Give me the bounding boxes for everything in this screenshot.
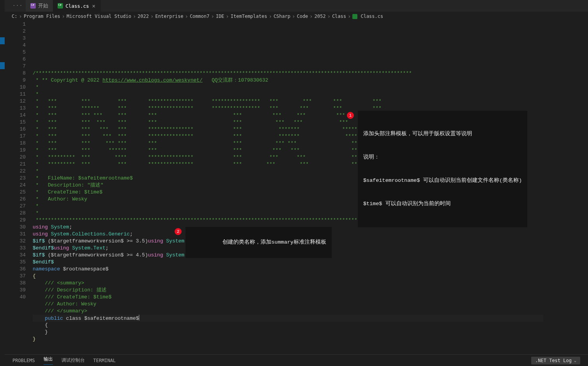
line-number: 34 [5, 252, 26, 259]
annotation-1-text: 添加头部注释模板，可以用于版权设置等说明 说明： $safeitemrootna… [358, 111, 527, 227]
line-number-gutter: 1234567891011121314151617181920212223242… [5, 21, 33, 354]
breadcrumb-segment[interactable]: Class [332, 14, 346, 19]
tab-bar: ··· 开始 Class.cs ✕ [5, 0, 588, 12]
code-line[interactable]: /// </summary> [33, 308, 543, 315]
breadcrumb-file[interactable]: Class.cs [360, 14, 383, 19]
breadcrumb-segment[interactable]: IDE [216, 14, 224, 19]
csharp-file-icon [352, 14, 357, 19]
code-line[interactable]: /// CreateTime: $time$ [33, 294, 543, 301]
line-number: 19 [5, 147, 26, 154]
tabs-overflow-menu[interactable]: ··· [12, 0, 26, 12]
chevron-right-icon: › [292, 13, 295, 19]
line-number: 18 [5, 140, 26, 147]
line-number: 23 [5, 175, 26, 182]
code-line[interactable]: } [33, 329, 543, 336]
line-number: 32 [5, 238, 26, 245]
code-line[interactable]: } [33, 336, 543, 343]
csharp-file-icon [58, 3, 63, 9]
tab-class-cs[interactable]: Class.cs ✕ [53, 0, 101, 12]
badge-1: 1 [347, 112, 354, 119]
line-number: 9 [5, 77, 26, 84]
line-number: 26 [5, 196, 26, 203]
line-number: 16 [5, 126, 26, 133]
breadcrumb-segment[interactable]: Code [297, 14, 308, 19]
annotation-2-text: 创建的类名称，添加summary标准注释模板 [186, 227, 332, 258]
line-number: 22 [5, 168, 26, 175]
line-number: 30 [5, 224, 26, 231]
breadcrumb-segment[interactable]: Common7 [190, 14, 210, 19]
breadcrumb-segment[interactable]: Program Files [24, 14, 60, 19]
activity-marker-2[interactable] [0, 62, 5, 69]
line-number: 12 [5, 98, 26, 105]
breadcrumb-segment[interactable]: 2022 [138, 14, 149, 19]
panel-problems[interactable]: PROBLEMS [12, 358, 35, 363]
chevron-right-icon: › [226, 13, 229, 19]
breadcrumb-bar: C:›Program Files›Microsoft Visual Studio… [5, 12, 588, 21]
activity-marker-1[interactable] [0, 37, 5, 44]
tab-start[interactable]: 开始 [26, 0, 53, 12]
line-number: 3 [5, 35, 26, 42]
code-line[interactable]: /// Description: 描述 [33, 287, 543, 294]
line-number: 13 [5, 105, 26, 112]
chevron-right-icon: › [19, 13, 22, 19]
chevron-right-icon: › [185, 13, 188, 19]
line-number: 15 [5, 119, 26, 126]
breadcrumb-segment[interactable]: Enterprise [155, 14, 183, 19]
output-channel-label: .NET Test Log [535, 358, 572, 363]
output-channel-select[interactable]: .NET Test Log ⌄ [531, 357, 580, 364]
code-line[interactable]: /// Author: Wesky [33, 301, 543, 308]
line-number: 1 [5, 21, 26, 28]
code-line[interactable]: { [33, 322, 543, 329]
line-number: 28 [5, 210, 26, 217]
code-line[interactable]: { [33, 273, 543, 280]
chevron-right-icon: › [348, 13, 351, 19]
editor-area[interactable]: 1234567891011121314151617181920212223242… [5, 21, 588, 354]
tab-file-label: Class.cs [65, 3, 89, 9]
chevron-right-icon: › [62, 13, 65, 19]
line-number: 4 [5, 42, 26, 49]
line-number: 17 [5, 133, 26, 140]
minimap[interactable] [543, 21, 588, 354]
code-line[interactable]: namespace $rootnamespace$ [33, 266, 543, 273]
panel-terminal[interactable]: TERMINAL [93, 358, 116, 363]
line-number: 7 [5, 63, 26, 70]
line-number: 40 [5, 294, 26, 301]
code-line[interactable] [33, 343, 543, 350]
line-number: 24 [5, 182, 26, 189]
line-number: 29 [5, 217, 26, 224]
code-line[interactable]: /***************************************… [33, 70, 543, 77]
code-line[interactable]: $endif$ [33, 259, 543, 266]
line-number: 6 [5, 56, 26, 63]
code-line[interactable]: * [33, 91, 543, 98]
code-line[interactable]: /// <summary> [33, 280, 543, 287]
line-number: 5 [5, 49, 26, 56]
chevron-right-icon: › [327, 13, 330, 19]
line-number: 36 [5, 266, 26, 273]
line-number: 8 [5, 70, 26, 77]
line-number: 20 [5, 154, 26, 161]
code-line[interactable]: * *** *** *** *************** **********… [33, 98, 543, 105]
breadcrumb-segment[interactable]: CSharp [273, 14, 290, 19]
breadcrumb-segment[interactable]: 2052 [315, 14, 326, 19]
line-number: 37 [5, 273, 26, 280]
breadcrumb-segment[interactable]: C: [12, 14, 17, 19]
badge-2: 2 [175, 228, 182, 235]
annotation-2: 2 创建的类名称，添加summary标准注释模板 [175, 227, 315, 258]
code-content[interactable]: 1 添加头部注释模板，可以用于版权设置等说明 说明： $safeitemroot… [33, 21, 543, 354]
line-number: 25 [5, 189, 26, 196]
code-line[interactable]: * [33, 84, 543, 91]
line-number: 39 [5, 287, 26, 294]
panel-debug-console[interactable]: 调试控制台 [61, 357, 85, 364]
chevron-right-icon: › [269, 13, 272, 19]
line-number: 35 [5, 259, 26, 266]
panel-output[interactable]: 输出 [44, 356, 53, 365]
code-line[interactable]: public class $safeitemrootname$ [33, 315, 543, 322]
breadcrumb-segment[interactable]: Microsoft Visual Studio [66, 14, 131, 19]
line-number: 33 [5, 245, 26, 252]
close-tab-icon[interactable]: ✕ [91, 3, 96, 9]
line-number: 11 [5, 91, 26, 98]
code-line[interactable]: * ** Copyright @ 2022 https://www.cnblog… [33, 77, 543, 84]
line-number: 14 [5, 112, 26, 119]
line-number: 2 [5, 28, 26, 35]
breadcrumb-segment[interactable]: ItemTemplates [231, 14, 267, 19]
